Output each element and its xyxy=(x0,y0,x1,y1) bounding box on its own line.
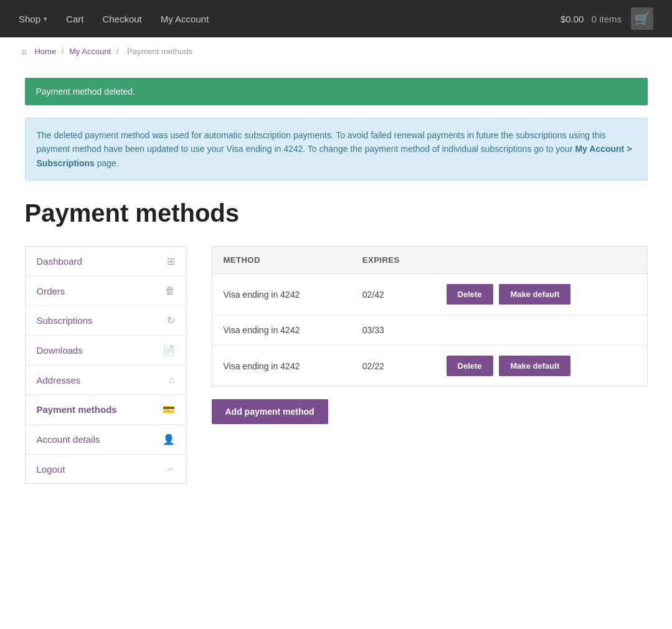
cart-icon[interactable]: 🛒 xyxy=(631,7,653,30)
expires-cell: 02/22 xyxy=(351,346,435,387)
alert-success-text: Payment method deleted. xyxy=(36,87,136,97)
nav-cart[interactable]: Cart xyxy=(66,14,83,24)
sidebar-dashboard-label: Dashboard xyxy=(37,256,82,267)
breadcrumb-home[interactable]: Home xyxy=(34,47,56,56)
delete-button[interactable]: Delete xyxy=(447,284,493,305)
nav-left: Shop ▾ Cart Checkout My Account xyxy=(19,14,209,24)
sidebar-item-logout[interactable]: Logout → xyxy=(26,455,186,483)
page-title: Payment methods xyxy=(25,199,648,227)
page-layout: Dashboard ⊞ Orders 🗑 Subscriptions ↻ Dow… xyxy=(25,246,648,484)
orders-icon: 🗑 xyxy=(165,285,175,296)
breadcrumb-sep-1: / xyxy=(62,47,66,56)
alert-info-text: The deleted payment method was used for … xyxy=(37,130,606,154)
add-payment-method-button[interactable]: Add payment method xyxy=(212,399,328,424)
alert-info-end: page. xyxy=(95,158,119,168)
sidebar-item-dashboard[interactable]: Dashboard ⊞ xyxy=(26,247,186,277)
sidebar-account-details-label: Account details xyxy=(37,434,100,445)
chevron-down-icon: ▾ xyxy=(44,15,47,23)
sidebar-item-subscriptions[interactable]: Subscriptions ↻ xyxy=(26,306,186,336)
table-body: Visa ending in 4242 02/42 Delete Make de… xyxy=(212,274,647,387)
table-row: Visa ending in 4242 02/22 Delete Make de… xyxy=(212,346,647,387)
sidebar-payment-methods-label: Payment methods xyxy=(37,404,117,415)
breadcrumb-sep-2: / xyxy=(116,47,121,56)
sidebar-addresses-label: Addresses xyxy=(37,375,81,385)
nav-checkout[interactable]: Checkout xyxy=(102,14,141,24)
payment-methods-table: METHOD EXPIRES Visa ending in 4242 02/42… xyxy=(212,246,648,387)
expires-cell: 03/33 xyxy=(351,315,435,346)
home-icon: ⌂ xyxy=(22,47,27,56)
nav-my-account[interactable]: My Account xyxy=(161,14,209,24)
make-default-button[interactable]: Make default xyxy=(499,356,570,376)
nav-shop[interactable]: Shop ▾ xyxy=(19,14,47,24)
col-method: METHOD xyxy=(212,247,351,274)
main-content: Payment method deleted. The deleted paym… xyxy=(6,65,666,521)
sidebar-item-orders[interactable]: Orders 🗑 xyxy=(26,277,186,306)
sidebar-logout-label: Logout xyxy=(37,464,65,475)
alert-success: Payment method deleted. xyxy=(25,78,648,105)
breadcrumb: ⌂ Home / My Account / Payment methods xyxy=(0,37,672,65)
sidebar-item-downloads[interactable]: Downloads 📄 xyxy=(26,336,186,366)
sidebar-item-account-details[interactable]: Account details 👤 xyxy=(26,425,186,455)
actions-cell: Delete Make default xyxy=(435,274,647,315)
method-cell: Visa ending in 4242 xyxy=(212,274,351,315)
cart-total: $0.00 0 items xyxy=(561,14,622,24)
col-expires: EXPIRES xyxy=(351,247,435,274)
nav-right: $0.00 0 items 🛒 xyxy=(561,7,653,30)
method-cell: Visa ending in 4242 xyxy=(212,346,351,387)
table-header-row: METHOD EXPIRES xyxy=(212,247,647,274)
payment-table-section: METHOD EXPIRES Visa ending in 4242 02/42… xyxy=(212,246,648,424)
addresses-icon: ⌂ xyxy=(169,374,175,385)
make-default-button[interactable]: Make default xyxy=(499,284,570,305)
nav-shop-label: Shop xyxy=(19,14,40,24)
sidebar-orders-label: Orders xyxy=(37,286,65,296)
sidebar-item-addresses[interactable]: Addresses ⌂ xyxy=(26,366,186,395)
main-nav: Shop ▾ Cart Checkout My Account $0.00 0 … xyxy=(0,0,672,37)
delete-button[interactable]: Delete xyxy=(447,356,493,376)
expires-cell: 02/42 xyxy=(351,274,435,315)
payment-icon: 💳 xyxy=(163,404,175,415)
breadcrumb-current: Payment methods xyxy=(127,47,192,56)
table-row: Visa ending in 4242 03/33 xyxy=(212,315,647,346)
alert-info: The deleted payment method was used for … xyxy=(25,118,648,181)
method-cell: Visa ending in 4242 xyxy=(212,315,351,346)
sidebar-downloads-label: Downloads xyxy=(37,345,83,356)
cart-items-count: 0 items xyxy=(592,14,622,24)
sidebar-item-payment-methods[interactable]: Payment methods 💳 xyxy=(26,395,186,425)
account-icon: 👤 xyxy=(163,433,175,445)
sidebar: Dashboard ⊞ Orders 🗑 Subscriptions ↻ Dow… xyxy=(25,246,187,484)
actions-cell xyxy=(435,315,647,346)
actions-cell: Delete Make default xyxy=(435,346,647,387)
subscriptions-icon: ↻ xyxy=(167,314,175,326)
add-payment-section: Add payment method xyxy=(212,399,648,424)
table-row: Visa ending in 4242 02/42 Delete Make de… xyxy=(212,274,647,315)
dashboard-icon: ⊞ xyxy=(167,255,175,267)
sidebar-subscriptions-label: Subscriptions xyxy=(37,315,93,326)
col-actions xyxy=(435,247,647,274)
logout-icon: → xyxy=(165,463,175,475)
breadcrumb-my-account[interactable]: My Account xyxy=(69,47,111,56)
downloads-icon: 📄 xyxy=(163,344,175,356)
cart-price: $0.00 xyxy=(561,14,584,24)
